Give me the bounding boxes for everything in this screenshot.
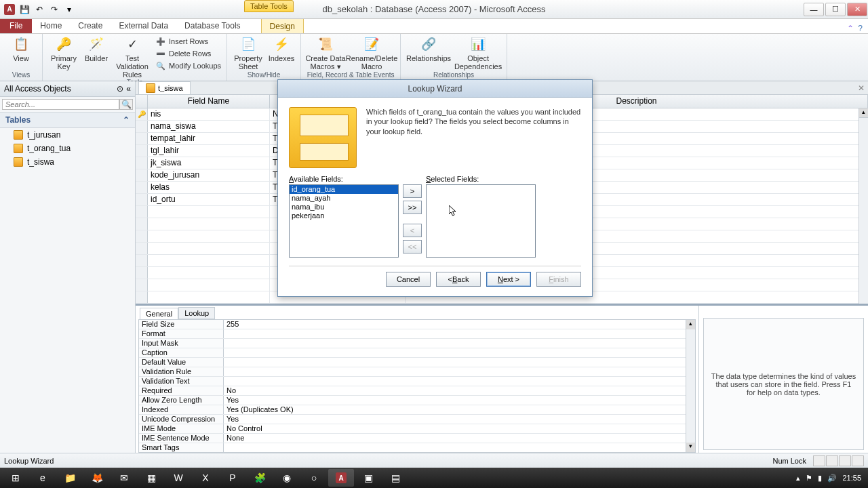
test-validation-button[interactable]: ✓Test Validation Rules (112, 35, 153, 79)
minimize-ribbon-icon[interactable]: ⌃ (847, 24, 854, 33)
back-button[interactable]: < Back (436, 272, 481, 287)
available-field-item[interactable]: nama_ayah (290, 194, 398, 203)
document-tab[interactable]: t_siswa (138, 81, 191, 94)
external-data-tab[interactable]: External Data (111, 18, 176, 33)
access-app-icon[interactable]: A (3, 3, 16, 16)
pivot-view-button[interactable] (839, 455, 851, 466)
property-grid[interactable]: ▴▾ Field Size255FormatInput MaskCaptionD… (138, 319, 696, 453)
rename-delete-macro-button[interactable]: 📝Rename/Delete Macro (347, 35, 396, 70)
start-button[interactable]: ⊞ (3, 469, 28, 487)
action-center-icon[interactable]: ⚑ (806, 474, 812, 483)
next-button[interactable]: Next > (486, 272, 531, 287)
app-icon[interactable]: ▦ (138, 469, 164, 487)
database-tools-tab[interactable]: Database Tools (176, 18, 249, 33)
maximize-button[interactable]: ☐ (825, 3, 846, 16)
builder-button[interactable]: 🪄Builder (82, 35, 111, 62)
access-taskbar-icon[interactable]: A (328, 469, 354, 487)
word-icon[interactable]: W (165, 469, 191, 487)
property-row[interactable]: Unicode CompressionYes (139, 415, 695, 424)
delete-rows-button[interactable]: ➖Delete Rows (154, 47, 222, 60)
property-row[interactable]: Validation Rule (139, 367, 695, 377)
available-field-item[interactable]: pekerjaan (290, 211, 398, 220)
chart-view-button[interactable] (852, 455, 864, 466)
app2-icon[interactable]: 🧩 (247, 469, 273, 487)
create-tab[interactable]: Create (70, 18, 111, 33)
finish-button[interactable]: Finish (536, 272, 581, 287)
add-all-fields-button[interactable]: >> (403, 201, 422, 214)
available-fields-listbox[interactable]: id_orang_tuanama_ayahnama_ibupekerjaan (289, 184, 399, 258)
design-tab[interactable]: Design (261, 18, 304, 33)
search-icon[interactable]: 🔍 (119, 99, 133, 110)
property-row[interactable]: IndexedYes (Duplicates OK) (139, 405, 695, 415)
undo-icon[interactable]: ↶ (33, 3, 46, 16)
primary-key-button[interactable]: 🔑Primary Key (47, 35, 81, 70)
view-button[interactable]: 📋View (4, 35, 38, 62)
nav-table-item[interactable]: t_siswa (0, 155, 135, 169)
datasheet-view-button[interactable] (813, 455, 825, 466)
lookup-tab[interactable]: Lookup (178, 307, 215, 319)
remove-field-button[interactable]: < (403, 224, 422, 237)
ie-icon[interactable]: e (30, 469, 56, 487)
nav-group-tables[interactable]: Tables⌃ (0, 113, 135, 128)
add-field-button[interactable]: > (403, 184, 422, 198)
app4-icon[interactable]: ▤ (382, 469, 408, 487)
battery-icon[interactable]: ▮ (818, 474, 822, 483)
available-field-item[interactable]: id_orang_tua (290, 185, 398, 194)
help-icon[interactable]: ? (858, 24, 863, 33)
redo-icon[interactable]: ↷ (47, 3, 61, 16)
cortana-icon[interactable]: ○ (301, 469, 327, 487)
mail-icon[interactable]: ✉ (111, 469, 137, 487)
nav-dropdown-icon[interactable]: ⊙ (117, 84, 123, 94)
create-data-macros-button[interactable]: 📜Create Data Macros ▾ (305, 35, 346, 70)
available-fields-label: Available Fields: (289, 175, 399, 183)
general-tab[interactable]: General (140, 308, 178, 320)
property-scrollbar[interactable]: ▴▾ (686, 320, 695, 452)
nav-table-item[interactable]: t_orang_tua (0, 142, 135, 155)
close-document-icon[interactable]: ✕ (857, 83, 868, 93)
status-text: Lookup Wizard (4, 457, 54, 465)
available-field-item[interactable]: nama_ibu (290, 203, 398, 211)
property-row[interactable]: Format (139, 329, 695, 339)
selected-fields-label: Selected Fields: (426, 175, 536, 183)
property-row[interactable]: IME ModeNo Control (139, 424, 695, 434)
property-row[interactable]: Validation Text (139, 377, 695, 386)
property-sheet-button[interactable]: 📄Property Sheet (231, 35, 265, 70)
property-row[interactable]: Default Value (139, 358, 695, 367)
nav-table-item[interactable]: t_jurusan (0, 128, 135, 142)
close-button[interactable]: ✕ (847, 3, 867, 16)
property-row[interactable]: Caption (139, 348, 695, 358)
app3-icon[interactable]: ▣ (355, 469, 381, 487)
volume-icon[interactable]: 🔊 (827, 474, 837, 483)
nav-search-input[interactable] (2, 99, 119, 110)
nav-collapse-icon[interactable]: « (126, 84, 131, 94)
minimize-button[interactable]: — (804, 3, 824, 16)
property-row[interactable]: Allow Zero LengthYes (139, 396, 695, 405)
property-row[interactable]: Field Size255 (139, 320, 695, 329)
clock[interactable]: 21:55 (842, 474, 861, 482)
selected-fields-listbox[interactable] (426, 184, 536, 258)
firefox-icon[interactable]: 🦊 (84, 469, 110, 487)
home-tab[interactable]: Home (32, 18, 70, 33)
design-view-button[interactable] (826, 455, 838, 466)
vertical-scrollbar[interactable]: ▴ (859, 108, 868, 304)
relationships-button[interactable]: 🔗Relationships (405, 35, 452, 62)
modify-lookups-button[interactable]: 🔍Modify Lookups (154, 60, 222, 72)
chrome-icon[interactable]: ◉ (274, 469, 300, 487)
property-row[interactable]: Input Mask (139, 339, 695, 348)
cancel-button[interactable]: Cancel (386, 272, 431, 287)
qat-customize-icon[interactable]: ▾ (62, 3, 76, 16)
explorer-icon[interactable]: 📁 (57, 469, 83, 487)
excel-icon[interactable]: X (193, 469, 218, 487)
remove-all-fields-button[interactable]: << (403, 240, 422, 253)
file-tab[interactable]: File (0, 18, 32, 33)
insert-rows-button[interactable]: ➕Insert Rows (154, 35, 222, 47)
object-dependencies-button[interactable]: 📊Object Dependencies (454, 35, 502, 70)
indexes-button[interactable]: ⚡Indexes (267, 35, 296, 62)
powerpoint-icon[interactable]: P (220, 469, 245, 487)
save-icon[interactable]: 💾 (18, 3, 31, 16)
property-row[interactable]: IME Sentence ModeNone (139, 434, 695, 443)
tray-arrow-icon[interactable]: ▴ (796, 474, 800, 483)
nav-header[interactable]: All Access Objects ⊙« (0, 81, 135, 97)
property-row[interactable]: Smart Tags (139, 443, 695, 453)
property-row[interactable]: RequiredNo (139, 386, 695, 396)
